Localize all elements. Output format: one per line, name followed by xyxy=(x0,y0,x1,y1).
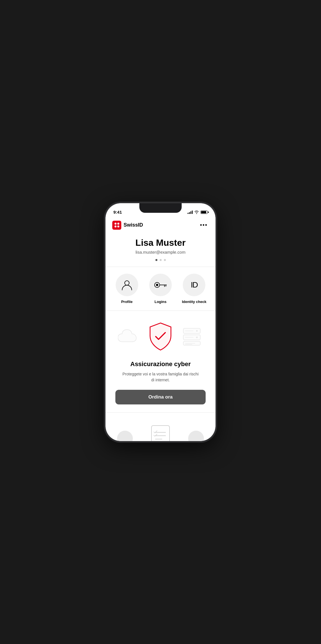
svg-point-15 xyxy=(117,431,133,441)
banner-illustration xyxy=(112,320,209,354)
pagination-dot-3[interactable] xyxy=(164,259,166,261)
id-icon: ID xyxy=(191,280,197,289)
logo-dot-2 xyxy=(117,223,119,225)
battery-icon xyxy=(201,211,208,214)
logo-dot-4 xyxy=(117,225,119,227)
status-time: 9:41 xyxy=(113,210,122,214)
svg-point-10 xyxy=(196,337,198,338)
svg-point-9 xyxy=(196,330,198,332)
screen-content: 9:41 xyxy=(105,203,216,441)
pagination-dots xyxy=(112,259,209,261)
logins-circle xyxy=(149,274,172,296)
logins-label: Logins xyxy=(155,300,167,304)
pagination-dot-2[interactable] xyxy=(160,259,162,261)
left-blob-icon xyxy=(116,430,133,441)
battery-fill xyxy=(201,211,206,213)
swissid-logo-icon xyxy=(112,221,121,230)
cloud-left-icon xyxy=(118,329,140,344)
person-icon xyxy=(122,279,132,291)
signal-bar-3 xyxy=(190,211,191,214)
banner-section: Assicurazione cyber Proteggete voi e la … xyxy=(105,311,216,412)
logo-dots xyxy=(113,221,121,229)
user-name: Lisa Muster xyxy=(112,238,209,248)
identity-label: Identity check xyxy=(182,300,206,304)
action-logins[interactable]: Logins xyxy=(144,274,177,304)
logo-text: SwissID xyxy=(124,222,143,228)
phone-frame: 9:41 xyxy=(105,203,216,441)
logo-dot-3 xyxy=(115,225,116,227)
action-profile[interactable]: Profile xyxy=(110,274,144,304)
svg-point-16 xyxy=(188,431,204,441)
doc-illustration xyxy=(112,422,209,441)
order-button[interactable]: Ordina ora xyxy=(115,390,206,404)
user-section: Lisa Muster lisa.muster@example.com xyxy=(105,233,216,267)
key-icon xyxy=(154,281,167,289)
profile-label: Profile xyxy=(121,300,132,304)
action-identity[interactable]: ID Identity check xyxy=(177,274,211,304)
status-icons xyxy=(188,211,208,214)
shield-icon xyxy=(148,322,173,351)
profile-circle xyxy=(116,274,138,296)
quick-actions: Profile Logins xyxy=(105,267,216,311)
user-email: lisa.muster@example.com xyxy=(112,250,209,254)
signal-bars-icon xyxy=(188,211,193,214)
notch xyxy=(139,203,182,213)
signal-bar-2 xyxy=(189,212,190,214)
logo-container: SwissID xyxy=(112,221,143,230)
more-menu-button[interactable]: ••• xyxy=(199,221,209,229)
second-card-section xyxy=(105,413,216,441)
banner-description: Proteggete voi e la vostra famiglia dai … xyxy=(121,371,200,383)
signal-bar-1 xyxy=(188,213,188,214)
svg-point-0 xyxy=(125,281,129,285)
right-blob-icon xyxy=(188,430,205,441)
svg-point-2 xyxy=(156,284,158,286)
svg-rect-17 xyxy=(151,426,170,441)
phone-screen: 9:41 xyxy=(105,203,216,441)
logo-dot-1 xyxy=(115,223,116,225)
pagination-dot-1[interactable] xyxy=(155,259,157,261)
server-right-icon xyxy=(182,327,202,347)
app-header: SwissID ••• xyxy=(105,217,216,233)
identity-circle: ID xyxy=(183,274,205,296)
wifi-icon xyxy=(194,211,199,214)
signal-bar-4 xyxy=(192,211,193,214)
document-icon xyxy=(149,424,172,441)
banner-title: Assicurazione cyber xyxy=(112,360,209,368)
